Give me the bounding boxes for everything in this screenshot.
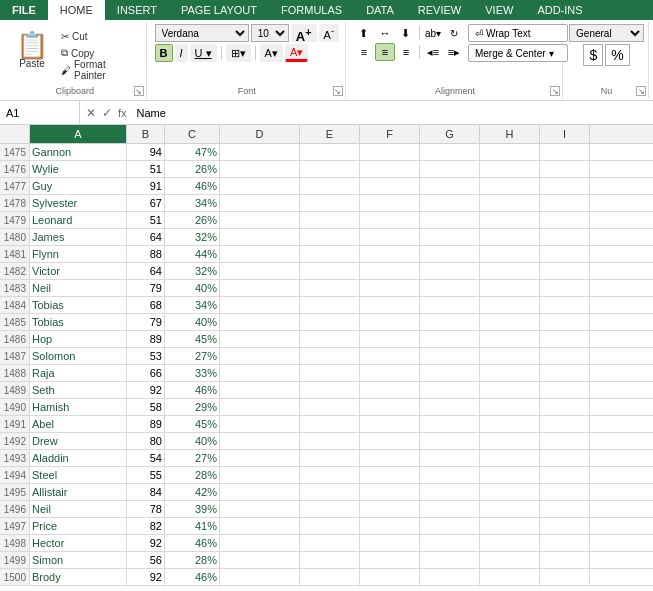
- cell-c[interactable]: 28%: [165, 467, 220, 483]
- cell-c[interactable]: 40%: [165, 280, 220, 296]
- cell-g[interactable]: [420, 297, 480, 313]
- italic-button[interactable]: I: [175, 44, 188, 62]
- cell-c[interactable]: 45%: [165, 416, 220, 432]
- cell-b[interactable]: 92: [127, 569, 165, 585]
- cell-h[interactable]: [480, 161, 540, 177]
- cell-i[interactable]: [540, 144, 590, 160]
- cell-h[interactable]: [480, 195, 540, 211]
- cell-f[interactable]: [360, 195, 420, 211]
- cell-d[interactable]: [220, 467, 300, 483]
- cell-g[interactable]: [420, 382, 480, 398]
- cell-g[interactable]: [420, 212, 480, 228]
- cell-b[interactable]: 54: [127, 450, 165, 466]
- cell-c[interactable]: 32%: [165, 229, 220, 245]
- cell-h[interactable]: [480, 297, 540, 313]
- cell-g[interactable]: [420, 161, 480, 177]
- cell-a[interactable]: James: [30, 229, 127, 245]
- cell-b[interactable]: 78: [127, 501, 165, 517]
- borders-button[interactable]: ⊞▾: [226, 44, 251, 62]
- cell-f[interactable]: [360, 467, 420, 483]
- cell-d[interactable]: [220, 280, 300, 296]
- cell-a[interactable]: Aladdin: [30, 450, 127, 466]
- percent-button[interactable]: %: [605, 44, 629, 66]
- cell-i[interactable]: [540, 399, 590, 415]
- cell-a[interactable]: Neil: [30, 280, 127, 296]
- cell-g[interactable]: [420, 314, 480, 330]
- cancel-formula-icon[interactable]: ✕: [84, 105, 98, 121]
- table-row[interactable]: 1481 Flynn 88 44%: [0, 246, 653, 263]
- cell-reference-box[interactable]: A1: [0, 101, 80, 124]
- cell-b[interactable]: 82: [127, 518, 165, 534]
- cell-d[interactable]: [220, 314, 300, 330]
- cell-d[interactable]: [220, 178, 300, 194]
- tab-file[interactable]: FILE: [0, 0, 48, 20]
- cell-i[interactable]: [540, 484, 590, 500]
- cell-c[interactable]: 26%: [165, 161, 220, 177]
- cell-i[interactable]: [540, 263, 590, 279]
- table-row[interactable]: 1485 Tobias 79 40%: [0, 314, 653, 331]
- table-row[interactable]: 1495 Allistair 84 42%: [0, 484, 653, 501]
- cell-d[interactable]: [220, 399, 300, 415]
- table-row[interactable]: 1494 Steel 55 28%: [0, 467, 653, 484]
- cell-e[interactable]: [300, 229, 360, 245]
- dollar-button[interactable]: $: [583, 44, 603, 66]
- cell-a[interactable]: Hamish: [30, 399, 127, 415]
- cell-b[interactable]: 80: [127, 433, 165, 449]
- cell-h[interactable]: [480, 229, 540, 245]
- col-header-a[interactable]: A: [30, 125, 127, 143]
- cell-i[interactable]: [540, 433, 590, 449]
- cell-i[interactable]: [540, 280, 590, 296]
- cell-h[interactable]: [480, 178, 540, 194]
- tab-home[interactable]: HOME: [48, 0, 105, 20]
- align-bottom-button[interactable]: ⬇: [396, 24, 416, 42]
- cell-e[interactable]: [300, 552, 360, 568]
- cell-c[interactable]: 26%: [165, 212, 220, 228]
- cell-f[interactable]: [360, 382, 420, 398]
- cell-h[interactable]: [480, 535, 540, 551]
- fill-color-button[interactable]: A▾: [260, 44, 283, 62]
- cell-b[interactable]: 51: [127, 212, 165, 228]
- cell-h[interactable]: [480, 433, 540, 449]
- cell-e[interactable]: [300, 161, 360, 177]
- cell-f[interactable]: [360, 535, 420, 551]
- cell-c[interactable]: 44%: [165, 246, 220, 262]
- cell-d[interactable]: [220, 450, 300, 466]
- cell-b[interactable]: 89: [127, 331, 165, 347]
- cell-b[interactable]: 91: [127, 178, 165, 194]
- cell-i[interactable]: [540, 195, 590, 211]
- text-direction-button[interactable]: ↻: [444, 24, 464, 42]
- indent-increase-button[interactable]: ≡▸: [444, 43, 464, 61]
- table-row[interactable]: 1484 Tobias 68 34%: [0, 297, 653, 314]
- cell-f[interactable]: [360, 263, 420, 279]
- table-row[interactable]: 1493 Aladdin 54 27%: [0, 450, 653, 467]
- cell-g[interactable]: [420, 467, 480, 483]
- align-right-button[interactable]: ≡: [396, 43, 416, 61]
- table-row[interactable]: 1488 Raja 66 33%: [0, 365, 653, 382]
- cell-f[interactable]: [360, 144, 420, 160]
- cell-a[interactable]: Guy: [30, 178, 127, 194]
- cell-d[interactable]: [220, 331, 300, 347]
- cell-d[interactable]: [220, 416, 300, 432]
- cell-c[interactable]: 42%: [165, 484, 220, 500]
- cell-i[interactable]: [540, 501, 590, 517]
- cell-d[interactable]: [220, 297, 300, 313]
- cell-i[interactable]: [540, 416, 590, 432]
- cell-e[interactable]: [300, 399, 360, 415]
- cell-b[interactable]: 89: [127, 416, 165, 432]
- insert-function-icon[interactable]: fx: [116, 106, 129, 120]
- cell-f[interactable]: [360, 569, 420, 585]
- col-header-f[interactable]: F: [360, 125, 420, 143]
- col-header-d[interactable]: D: [220, 125, 300, 143]
- cell-d[interactable]: [220, 382, 300, 398]
- cell-b[interactable]: 68: [127, 297, 165, 313]
- cell-a[interactable]: Seth: [30, 382, 127, 398]
- cell-e[interactable]: [300, 433, 360, 449]
- cell-c[interactable]: 47%: [165, 144, 220, 160]
- orientation-button[interactable]: ab▾: [423, 24, 443, 42]
- cell-b[interactable]: 64: [127, 263, 165, 279]
- cell-c[interactable]: 46%: [165, 569, 220, 585]
- cell-d[interactable]: [220, 569, 300, 585]
- col-header-i[interactable]: I: [540, 125, 590, 143]
- tab-formulas[interactable]: FORMULAS: [269, 0, 354, 20]
- cell-g[interactable]: [420, 178, 480, 194]
